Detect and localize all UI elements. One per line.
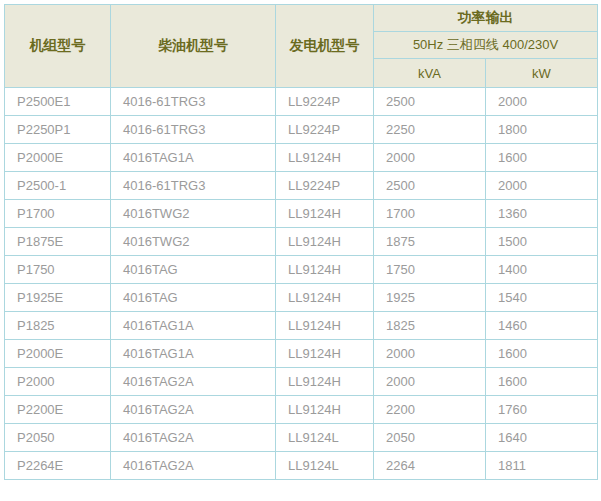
table-cell: 4016TAG2A [111,424,276,452]
table-row: P20004016TAG2ALL9124H20001600 [5,368,598,396]
table-cell: 1600 [486,340,598,368]
table-cell: 4016-61TRG3 [111,116,276,144]
table-cell: P2050 [5,424,111,452]
table-cell: P2500E1 [5,88,111,116]
table-cell: 4016TAG [111,256,276,284]
generator-spec-table: 机组型号 柴油机型号 发电机型号 功率输出 50Hz 三相四线 400/230V… [4,4,598,480]
table-cell: LL9124H [276,312,374,340]
table-cell: LL9124H [276,200,374,228]
table-cell: P1925E [5,284,111,312]
table-cell: P1700 [5,200,111,228]
table-row: P2000E4016TAG1ALL9124H20001600 [5,144,598,172]
table-cell: LL9224P [276,88,374,116]
table-cell: LL9124H [276,256,374,284]
table-cell: 4016-61TRG3 [111,172,276,200]
col-header-unit-model: 机组型号 [5,5,111,88]
table-cell: 1640 [486,424,598,452]
col-header-engine-model: 柴油机型号 [111,5,276,88]
table-cell: 2264 [374,452,486,480]
table-cell: P1750 [5,256,111,284]
table-cell: 4016TAG1A [111,144,276,172]
table-cell: 2000 [486,88,598,116]
table-cell: 4016TAG1A [111,312,276,340]
table-row: P2500-14016-61TRG3LL9224P25002000 [5,172,598,200]
table-cell: 1750 [374,256,486,284]
table-cell: 1875 [374,228,486,256]
table-cell: 1760 [486,396,598,424]
table-cell: 1811 [486,452,598,480]
table-cell: LL9124H [276,396,374,424]
table-cell: P1875E [5,228,111,256]
table-header: 机组型号 柴油机型号 发电机型号 功率输出 50Hz 三相四线 400/230V… [5,5,598,88]
table-cell: 4016TAG2A [111,452,276,480]
table-cell: LL9124H [276,228,374,256]
table-row: P2264E4016TAG2ALL9124L22641811 [5,452,598,480]
table-cell: 1460 [486,312,598,340]
table-cell: 1800 [486,116,598,144]
table-cell: 4016TAG2A [111,368,276,396]
col-header-power-spec: 50Hz 三相四线 400/230V [374,32,598,59]
table-row: P17504016TAGLL9124H17501400 [5,256,598,284]
table-cell: P2000 [5,368,111,396]
table-cell: 1600 [486,144,598,172]
table-cell: 2050 [374,424,486,452]
table-row: P20504016TAG2ALL9124L20501640 [5,424,598,452]
table-cell: 2000 [486,172,598,200]
table-cell: 1500 [486,228,598,256]
col-header-kw: kW [486,59,598,88]
table-cell: LL9124L [276,424,374,452]
table-cell: LL9224P [276,116,374,144]
table-cell: P2264E [5,452,111,480]
table-cell: 4016TWG2 [111,228,276,256]
page: 机组型号 柴油机型号 发电机型号 功率输出 50Hz 三相四线 400/230V… [0,0,601,501]
table-cell: 1400 [486,256,598,284]
table-row: P2200E4016TAG2ALL9124H22001760 [5,396,598,424]
table-cell: 4016-61TRG3 [111,88,276,116]
table-cell: 2200 [374,396,486,424]
table-cell: 4016TAG2A [111,396,276,424]
table-row: P2000E4016TAG1ALL9124H20001600 [5,340,598,368]
col-header-kva: kVA [374,59,486,88]
table-cell: 4016TAG [111,284,276,312]
table-row: P1875E4016TWG2LL9124H18751500 [5,228,598,256]
table-cell: 1540 [486,284,598,312]
col-header-power-output: 功率输出 [374,5,598,32]
table-cell: P2500-1 [5,172,111,200]
table-row: P1925E4016TAGLL9124H19251540 [5,284,598,312]
table-cell: 2500 [374,172,486,200]
table-cell: 4016TWG2 [111,200,276,228]
table-cell: 2000 [374,368,486,396]
table-cell: LL9124H [276,144,374,172]
table-cell: 1700 [374,200,486,228]
table-cell: 1825 [374,312,486,340]
table-row: P2500E14016-61TRG3LL9224P25002000 [5,88,598,116]
table-cell: P2000E [5,144,111,172]
table-cell: 2000 [374,340,486,368]
table-cell: 2500 [374,88,486,116]
header-row-1: 机组型号 柴油机型号 发电机型号 功率输出 [5,5,598,32]
table-cell: P2250P1 [5,116,111,144]
table-cell: P2000E [5,340,111,368]
table-cell: 1600 [486,368,598,396]
table-cell: LL9124H [276,284,374,312]
table-row: P18254016TAG1ALL9124H18251460 [5,312,598,340]
table-cell: 2250 [374,116,486,144]
table-cell: P2200E [5,396,111,424]
table-cell: LL9124H [276,368,374,396]
table-cell: 1360 [486,200,598,228]
table-row: P2250P14016-61TRG3LL9224P22501800 [5,116,598,144]
table-cell: LL9124L [276,452,374,480]
col-header-generator-model: 发电机型号 [276,5,374,88]
table-cell: LL9224P [276,172,374,200]
table-cell: P1825 [5,312,111,340]
table-cell: 1925 [374,284,486,312]
table-cell: 2000 [374,144,486,172]
table-cell: 4016TAG1A [111,340,276,368]
table-body: P2500E14016-61TRG3LL9224P25002000P2250P1… [5,88,598,480]
table-cell: LL9124H [276,340,374,368]
table-row: P17004016TWG2LL9124H17001360 [5,200,598,228]
